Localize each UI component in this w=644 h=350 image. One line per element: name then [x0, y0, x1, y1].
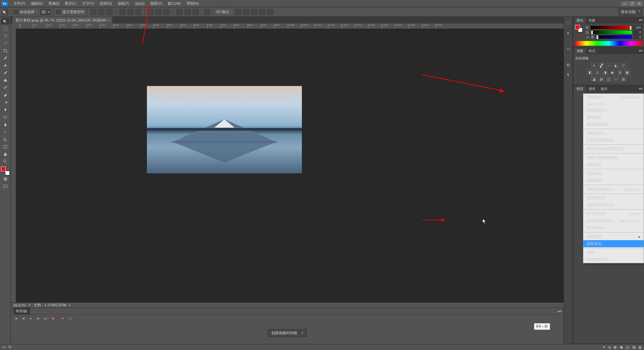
color-swatch[interactable]	[575, 25, 583, 32]
menu-item[interactable]: 创建剪贴蒙版(C)Alt+Ctrl+G	[583, 186, 644, 193]
colorbalance-icon[interactable]: ⚖	[595, 70, 600, 75]
distribute-vcenter-icon[interactable]	[155, 9, 161, 15]
threshold-icon[interactable]: ◫	[606, 76, 611, 82]
menu-item[interactable]: 合并可见图层(V)Shift+Ctrl+E	[583, 217, 644, 224]
brush-tool[interactable]	[1, 70, 10, 76]
posterize-icon[interactable]: ▤	[599, 76, 604, 82]
eraser-tool[interactable]	[1, 92, 10, 98]
menu-item[interactable]: 向下合并(E)Ctrl+E	[583, 210, 644, 217]
stamp-tool[interactable]	[1, 77, 10, 84]
paragraph-panel-icon[interactable]: ¶	[565, 72, 571, 78]
exposure-icon[interactable]: ◐	[613, 63, 619, 68]
menu-item[interactable]: 新建组(G)...	[583, 130, 644, 137]
g-slider[interactable]	[591, 31, 632, 34]
bw-icon[interactable]: ◨	[602, 70, 608, 75]
prev-frame-icon[interactable]: ◂|	[21, 316, 26, 321]
menu-view[interactable]: 视图(V)	[147, 0, 165, 7]
levels-icon[interactable]: ▞	[599, 63, 604, 68]
zoom-arrow-icon[interactable]: ⟳	[29, 304, 31, 307]
create-timeline-button[interactable]: 创建视频时间轴▾	[268, 329, 307, 337]
layers-panel-menu-icon[interactable]: ▸≡	[639, 86, 643, 91]
menu-window[interactable]: 窗口(W)	[165, 0, 184, 7]
distribute-bottom-icon[interactable]	[163, 9, 169, 15]
b-value[interactable]: 0	[633, 35, 642, 39]
window-minimize[interactable]: —	[621, 1, 628, 6]
align-vcenter-icon[interactable]	[98, 9, 104, 15]
move-tool[interactable]	[1, 18, 10, 25]
distribute-top-icon[interactable]	[147, 9, 153, 15]
next-frame-icon[interactable]: |▸	[36, 316, 41, 321]
blur-tool[interactable]	[1, 106, 10, 113]
menu-item[interactable]: 转换为智能对象(M)	[583, 154, 644, 161]
colorlookup-icon[interactable]: ▦	[625, 70, 630, 75]
3d-slide-icon[interactable]	[259, 9, 265, 15]
auto-select-dropdown[interactable]: 组	[40, 9, 51, 15]
screenmode-tool[interactable]	[1, 183, 10, 190]
marquee-tool[interactable]	[1, 25, 10, 32]
window-maximize[interactable]: ❐	[629, 1, 635, 6]
3d-scale-icon[interactable]	[267, 9, 273, 15]
eyedropper-tool[interactable]	[1, 55, 10, 61]
workspace-selector[interactable]: 基本功能	[619, 8, 642, 15]
curves-icon[interactable]: 〰	[606, 63, 611, 68]
zoom-tool[interactable]	[1, 158, 10, 165]
selectivecolor-icon[interactable]: ▥	[621, 76, 626, 82]
menu-item[interactable]: 新建图层...Shift+Ctrl+N	[583, 94, 644, 101]
close-icon[interactable]: ×	[108, 19, 110, 22]
g-value[interactable]: 0	[633, 30, 642, 34]
ime-indicator[interactable]: EN ♪ 简	[534, 323, 550, 330]
menu-layer[interactable]: 图层(L)	[62, 0, 79, 7]
timeline-tab[interactable]: 时间轴	[13, 308, 30, 314]
hue-icon[interactable]: ◧	[588, 70, 593, 75]
r-slider[interactable]	[591, 26, 632, 29]
align-hcenter-icon[interactable]	[127, 9, 133, 15]
menu-item[interactable]: 复制图层(D)...	[583, 107, 644, 114]
quickmask-tool[interactable]	[1, 176, 10, 182]
menu-item[interactable]: 从图层新建组(A)...	[583, 137, 644, 144]
adjustments-tab[interactable]: 调整	[574, 48, 586, 54]
menu-item[interactable]: 面板选项...	[583, 240, 644, 247]
lasso-tool[interactable]	[1, 33, 10, 39]
3d-roll-icon[interactable]	[243, 9, 249, 15]
menu-item[interactable]: 拼合图像(F)	[583, 224, 644, 231]
heal-tool[interactable]	[1, 62, 10, 69]
newlayer-icon[interactable]: ▤	[632, 345, 636, 349]
menu-file[interactable]: 文件(F)	[11, 0, 28, 7]
pen-tool[interactable]	[1, 121, 10, 128]
transition-icon[interactable]: ▭	[67, 316, 73, 321]
window-close[interactable]: ✕	[636, 1, 643, 6]
distribute-right-icon[interactable]	[193, 9, 199, 15]
history-panel-icon[interactable]: ⬚	[565, 19, 571, 26]
hand-tool[interactable]	[1, 151, 10, 158]
spectrum-bar[interactable]	[575, 41, 642, 46]
fx-icon[interactable]: fx	[608, 345, 611, 349]
play-icon[interactable]: ▸	[28, 316, 34, 321]
gradientmap-icon[interactable]: ▭	[613, 76, 619, 82]
zoom-level[interactable]: 66.67%	[13, 303, 26, 307]
menu-image[interactable]: 图像(I)	[46, 0, 62, 7]
align-right-icon[interactable]	[136, 9, 142, 15]
goto-last-icon[interactable]: ▸|	[43, 316, 48, 321]
path-select-tool[interactable]	[1, 136, 10, 143]
menu-edit[interactable]: 编辑(E)	[28, 0, 46, 7]
mute-icon[interactable]: 🔇	[50, 316, 56, 321]
menu-select[interactable]: 选择(S)	[97, 0, 115, 7]
mask-icon[interactable]: ◐	[614, 345, 617, 349]
panel-menu-icon[interactable]: ▸≡	[557, 309, 562, 313]
adjustment-icon[interactable]: ◉	[620, 345, 623, 349]
chevron-down-icon[interactable]: ▾	[299, 332, 303, 335]
link-icon[interactable]: ⚭	[602, 345, 605, 349]
channelmixer-icon[interactable]: ⊞	[617, 70, 623, 75]
align-bottom-icon[interactable]	[106, 9, 112, 15]
layers-tab[interactable]: 图层	[574, 86, 586, 92]
align-top-icon[interactable]	[90, 9, 96, 15]
paths-tab[interactable]: 路径	[598, 86, 610, 92]
trash-icon[interactable]: 🗑	[638, 345, 642, 349]
panel-menu-icon[interactable]: ▸≡	[639, 48, 643, 53]
menu-item[interactable]: 删除图层	[583, 114, 644, 121]
document-tab[interactable]: 图片素材.jpeg @ 66.7% (2022-10-04_093128, RG…	[13, 17, 113, 24]
photofilter-icon[interactable]: ◉	[610, 70, 615, 75]
b-slider[interactable]	[596, 35, 632, 39]
styles-tab[interactable]: 样式	[586, 48, 598, 54]
panel-menu-icon[interactable]: ▸≡	[639, 17, 643, 22]
